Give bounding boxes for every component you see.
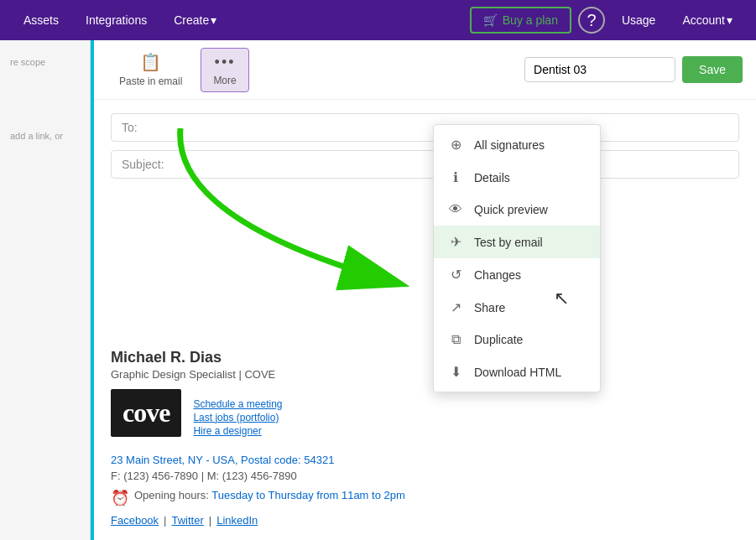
sig-social: Facebook | Twitter | LinkedIn (111, 514, 739, 527)
social-sep-2: | (209, 514, 211, 527)
download-icon: ⬇ (447, 364, 464, 380)
social-sep-1: | (164, 514, 166, 527)
three-dots-icon: ••• (215, 54, 236, 71)
nav-integrations[interactable]: Integrations (76, 7, 157, 34)
sig-link-1[interactable]: Last jobs (portfolio) (193, 412, 282, 423)
to-field[interactable]: To: (111, 113, 739, 142)
sidebar-scope-text: re scope (0, 50, 90, 74)
clock-icon: ⏰ (111, 489, 129, 507)
nav-account[interactable]: Account ▾ (672, 7, 743, 34)
to-label: To: (122, 121, 138, 134)
save-button[interactable]: Save (682, 56, 743, 83)
cursor-pointer: ↖ (554, 288, 569, 309)
cart-icon: 🛒 (483, 13, 498, 27)
eye-icon: 👁 (447, 202, 464, 217)
history-icon: ↺ (447, 267, 464, 283)
sidebar-link-text: add a link, or (0, 124, 90, 148)
send-icon: ✈ (447, 234, 464, 250)
buy-plan-button[interactable]: 🛒 Buy a plan (470, 7, 571, 34)
sig-hours-text: Opening hours: Tuesday to Thursday from … (134, 489, 405, 501)
signature-preview: Michael R. Dias Graphic Design Specialis… (94, 349, 756, 540)
sig-social-twitter[interactable]: Twitter (171, 514, 203, 527)
subject-label: Subject: (122, 158, 164, 171)
dropdown-menu: ⊕ All signatures ℹ Details 👁 Quick previ… (433, 124, 601, 392)
sig-logo-text: cove (123, 397, 169, 428)
toolbar: 📋 Paste in email ••• More Save (94, 40, 756, 100)
editor-panel: 📋 Paste in email ••• More Save To: Subje… (91, 40, 756, 540)
signature-name-input[interactable] (524, 57, 675, 82)
dropdown-quick-preview[interactable]: 👁 Quick preview (434, 194, 600, 226)
dropdown-share[interactable]: ↗ Share (434, 291, 600, 324)
nav-create[interactable]: Create ▾ (164, 7, 227, 34)
sig-logo: cove (111, 389, 181, 437)
sig-title: Graphic Design Specialist | COVE (111, 368, 739, 381)
sig-link-2[interactable]: Hire a designer (193, 425, 282, 437)
sig-phone: F: (123) 456-7890 | M: (123) 456-7890 (111, 470, 739, 482)
subject-field[interactable]: Subject: (111, 150, 739, 179)
dropdown-changes[interactable]: ↺ Changes (434, 258, 600, 291)
nav-usage[interactable]: Usage (612, 7, 665, 34)
help-icon[interactable]: ? (578, 7, 605, 34)
paste-in-email-button[interactable]: 📋 Paste in email (107, 47, 194, 92)
paste-icon: 📋 (140, 52, 161, 72)
sig-name: Michael R. Dias (111, 349, 739, 366)
share-icon: ↗ (447, 299, 464, 315)
sig-social-facebook[interactable]: Facebook (111, 514, 159, 527)
dropdown-duplicate[interactable]: ⧉ Duplicate (434, 324, 600, 356)
sig-social-linkedin[interactable]: LinkedIn (216, 514, 258, 527)
circle-plus-icon: ⊕ (447, 137, 464, 153)
dropdown-test-by-email[interactable]: ✈ Test by email (434, 226, 600, 258)
navbar: Assets Integrations Create ▾ 🛒 Buy a pla… (0, 0, 756, 40)
sidebar: re scope add a link, or (0, 40, 91, 540)
dropdown-download-html[interactable]: ⬇ Download HTML (434, 356, 600, 388)
compose-area: To: Subject: (94, 100, 756, 349)
copy-icon: ⧉ (447, 332, 464, 347)
main-area: re scope add a link, or 📋 Paste in email… (0, 40, 756, 540)
sig-address: 23 Main Street, NY - USA, Postal code: 5… (111, 454, 739, 466)
info-circle-icon: ℹ (447, 169, 464, 185)
sig-link-0[interactable]: Schedule a meeting (193, 398, 282, 410)
sig-links: Schedule a meeting Last jobs (portfolio)… (193, 398, 282, 437)
nav-assets[interactable]: Assets (13, 7, 69, 34)
sig-hours: ⏰ Opening hours: Tuesday to Thursday fro… (111, 489, 739, 507)
dropdown-details[interactable]: ℹ Details (434, 161, 600, 194)
more-button[interactable]: ••• More (201, 48, 248, 92)
dropdown-all-signatures[interactable]: ⊕ All signatures (434, 128, 600, 161)
